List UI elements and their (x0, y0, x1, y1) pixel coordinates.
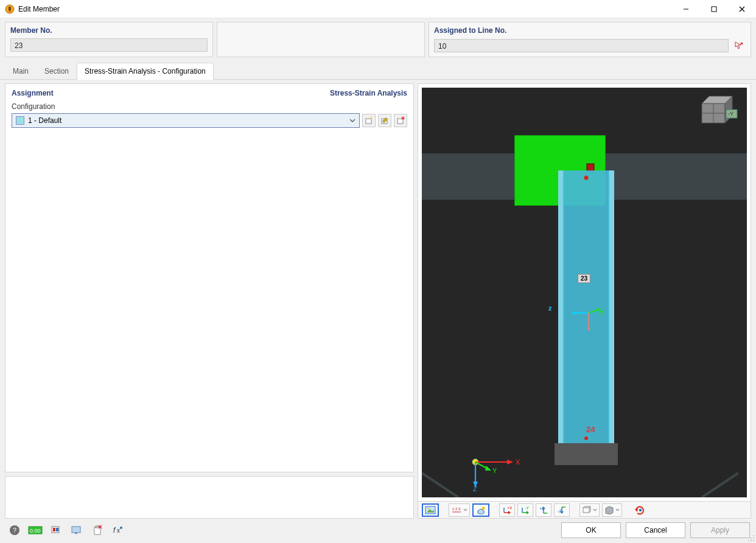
assigned-line-field[interactable]: 10 (434, 39, 729, 52)
nav-cube[interactable]: -Y (695, 93, 742, 128)
configuration-label: Configuration (12, 102, 407, 111)
svg-point-96 (751, 540, 752, 541)
svg-rect-82 (56, 528, 58, 531)
svg-marker-52 (508, 511, 511, 514)
svg-point-91 (120, 527, 122, 529)
member-no-field[interactable]: 23 (10, 38, 208, 52)
ok-button[interactable]: OK (561, 522, 621, 538)
svg-rect-1 (9, 7, 11, 10)
view-toolbar: 1 2 3 +X -Y +Z -Z (418, 501, 751, 518)
svg-point-2 (9, 10, 10, 11)
display-settings-button[interactable] (47, 522, 65, 538)
svg-rect-84 (75, 533, 77, 534)
tab-main[interactable]: Main (5, 63, 37, 80)
svg-point-11 (371, 117, 373, 119)
svg-text:+X: +X (507, 506, 512, 510)
svg-point-93 (751, 538, 752, 539)
svg-point-97 (753, 540, 754, 541)
svg-marker-73 (606, 506, 613, 514)
assigned-line-panel: Assigned to Line No. 10 (429, 22, 751, 57)
tabs: Main Section Stress-Strain Analysis - Co… (0, 62, 756, 80)
reset-view-button[interactable] (632, 503, 648, 517)
clipboard-disable-button[interactable] (89, 522, 106, 538)
assigned-line-label: Assigned to Line No. (434, 26, 746, 35)
svg-rect-83 (72, 527, 80, 533)
member-no-panel: Member No. 23 (5, 22, 213, 57)
svg-text:0.00: 0.00 (30, 528, 41, 534)
close-button[interactable] (728, 0, 756, 18)
configuration-value: 1 - Default (28, 116, 349, 125)
svg-point-94 (753, 538, 754, 539)
chevron-down-icon (593, 508, 597, 512)
minimize-button[interactable] (672, 0, 700, 18)
local-axis-z-label: z (548, 304, 552, 312)
svg-text:-Y: -Y (525, 506, 529, 510)
configuration-combo[interactable]: 1 - Default (12, 113, 360, 128)
bottom-bar: ? 0.00 fx OK Cancel Apply (0, 519, 756, 543)
floor-lines (422, 449, 738, 497)
show-values-button[interactable]: 1 2 3 (449, 503, 470, 517)
description-panel (217, 22, 425, 57)
svg-text:x: x (117, 527, 120, 534)
fx-button[interactable]: fx (110, 522, 127, 538)
tab-stress-strain-config[interactable]: Stress-Strain Analysis - Configuration (77, 63, 214, 80)
view-mode-image-button[interactable] (422, 503, 439, 517)
svg-point-46 (427, 507, 429, 509)
svg-line-43 (702, 473, 738, 497)
maximize-button[interactable] (700, 0, 728, 18)
resize-grip[interactable] (747, 534, 755, 542)
node-badge: 24 (586, 425, 595, 434)
svg-rect-4 (712, 7, 716, 12)
config-color-swatch (16, 116, 24, 125)
preview-panel: -Y 23 24 z y (418, 83, 751, 519)
svg-point-95 (748, 540, 749, 541)
screen-button[interactable] (68, 522, 85, 538)
view-plus-z-button[interactable]: +Z (536, 503, 551, 517)
chevron-down-icon (349, 117, 355, 124)
chevron-down-icon (615, 508, 620, 512)
tab-section[interactable]: Section (37, 63, 77, 80)
pick-line-button[interactable] (731, 38, 746, 53)
svg-point-50 (482, 506, 485, 510)
apply-button: Apply (690, 522, 750, 538)
new-configuration-button[interactable] (362, 114, 376, 127)
edit-configuration-button[interactable] (378, 114, 391, 127)
svg-line-42 (422, 473, 458, 497)
svg-text:-Z: -Z (558, 509, 562, 513)
display-wireframe-button[interactable] (579, 503, 600, 517)
assignment-title: Assignment (12, 89, 54, 97)
svg-text:f: f (113, 526, 116, 534)
svg-rect-86 (96, 526, 99, 528)
svg-marker-56 (527, 511, 529, 514)
local-axis-gizmo (568, 301, 604, 337)
svg-marker-31 (587, 328, 590, 331)
svg-point-92 (753, 535, 754, 536)
help-button[interactable]: ? (6, 522, 23, 538)
assignment-title-right: Stress-Strain Analysis (330, 89, 407, 97)
svg-text:+Z: +Z (539, 506, 545, 511)
svg-point-75 (639, 508, 642, 511)
svg-rect-81 (53, 528, 55, 531)
member-no-label: Member No. (10, 26, 208, 35)
title-bar: Edit Member (0, 0, 756, 18)
member-badge: 23 (578, 274, 590, 283)
assignment-panel: Assignment Stress-Strain Analysis Config… (5, 83, 414, 472)
info-area: Member No. 23 Assigned to Line No. 10 (0, 18, 756, 61)
content: Assignment Stress-Strain Analysis Config… (0, 80, 756, 519)
chevron-down-icon (463, 508, 467, 512)
units-button[interactable]: 0.00 (27, 522, 44, 538)
svg-rect-85 (94, 527, 100, 534)
delete-configuration-button[interactable] (394, 114, 407, 127)
svg-text:?: ? (13, 527, 16, 534)
comment-panel (5, 476, 414, 519)
svg-rect-67 (583, 508, 589, 513)
app-icon (5, 4, 15, 14)
window-title: Edit Member (18, 5, 672, 13)
view-minus-z-button[interactable]: -Z (554, 503, 570, 517)
isometric-view-button[interactable] (472, 503, 489, 517)
display-solid-button[interactable] (602, 503, 622, 517)
view-minus-y-button[interactable]: -Y (517, 503, 533, 517)
cancel-button[interactable]: Cancel (626, 522, 685, 538)
viewport-3d[interactable]: -Y 23 24 z y (422, 88, 747, 497)
view-plus-x-button[interactable]: +X (499, 503, 515, 517)
